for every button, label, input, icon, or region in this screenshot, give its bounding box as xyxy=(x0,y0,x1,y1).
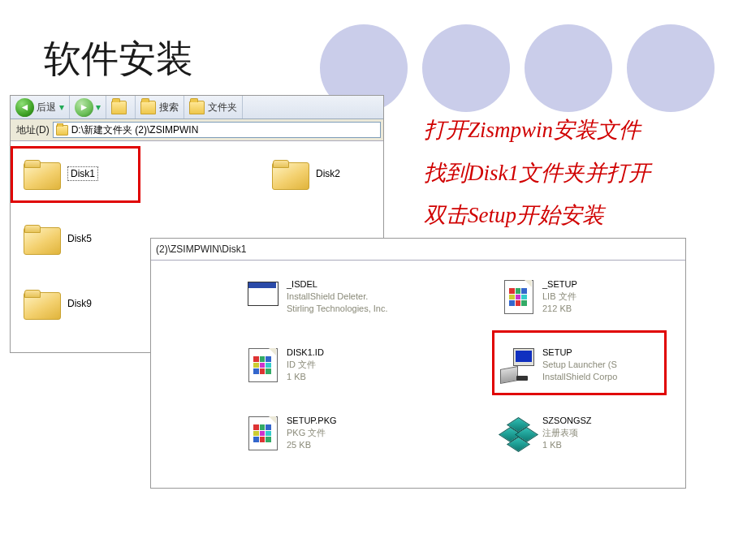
address-bar: 地址(D) D:\新建文件夹 (2)\ZSIMPWIN xyxy=(11,119,383,141)
dropdown-arrow-icon: ▾ xyxy=(96,101,101,113)
folder-label: Disk5 xyxy=(67,233,92,244)
file-meta: 注册表项 xyxy=(542,427,592,439)
file-icon xyxy=(500,278,536,314)
file-meta: LIB 文件 xyxy=(542,291,577,303)
search-button[interactable]: 搜索 xyxy=(136,96,184,118)
file-pane: _ISDEL InstallShield Deleter. Stirling T… xyxy=(151,261,685,488)
file-setup[interactable]: SETUP Setup Launcher (S InstallShield Co… xyxy=(500,347,617,383)
address-bar-2[interactable]: (2)\ZSIMPWIN\Disk1 xyxy=(151,239,685,261)
registry-icon xyxy=(500,415,536,450)
file-meta: Setup Launcher (S xyxy=(542,359,617,371)
file-meta: ID 文件 xyxy=(287,359,324,371)
file-meta: 212 KB xyxy=(542,303,577,315)
up-button[interactable] xyxy=(106,96,136,118)
file-name: DISK1.ID xyxy=(287,347,324,359)
file-name: SETUP.PKG xyxy=(287,415,337,427)
address-path-2: (2)\ZSIMPWIN\Disk1 xyxy=(156,243,246,255)
file-icon xyxy=(244,347,280,382)
folder-icon xyxy=(22,287,61,320)
address-label: 地址(D) xyxy=(13,123,53,137)
file-meta: PKG 文件 xyxy=(287,427,337,439)
folder-icon xyxy=(270,157,309,190)
file-setuppkg[interactable]: SETUP.PKG PKG 文件 25 KB xyxy=(244,415,337,451)
address-path: D:\新建文件夹 (2)\ZSIMPWIN xyxy=(71,123,199,137)
file-name: _ISDEL xyxy=(287,278,388,291)
instructions-block: 打开Zismpwin安装文件 找到Disk1文件夹并打开 双击Setup开始安装 xyxy=(424,109,650,237)
folder-label: Disk2 xyxy=(316,168,340,179)
file-name: SETUP xyxy=(542,347,617,359)
folder-disk5[interactable]: Disk5 xyxy=(22,222,92,255)
deco-circle xyxy=(627,24,715,112)
folders-label: 文件夹 xyxy=(208,101,237,114)
instruction-line-1: 打开Zismpwin安装文件 xyxy=(424,109,650,152)
file-disk1id[interactable]: DISK1.ID ID 文件 1 KB xyxy=(244,347,324,383)
dropdown-arrow-icon: ▾ xyxy=(59,101,64,113)
file-name: SZSONGSZ xyxy=(542,415,592,427)
file-meta: 1 KB xyxy=(287,371,324,383)
toolbar: ◄ 后退 ▾ ► ▾ 搜索 文件夹 xyxy=(11,96,383,119)
address-field[interactable]: D:\新建文件夹 (2)\ZSIMPWIN xyxy=(53,122,381,138)
folder-icon xyxy=(56,125,68,136)
folder-disk9[interactable]: Disk9 xyxy=(22,287,92,320)
deco-circle xyxy=(525,24,612,112)
deco-circle xyxy=(422,24,510,112)
folder-up-icon xyxy=(111,101,127,114)
grid-icon xyxy=(253,424,271,442)
file-meta: InstallShield Deleter. xyxy=(287,291,388,303)
slide-title: 软件安装 xyxy=(44,34,193,84)
search-folder-icon xyxy=(140,101,156,114)
folders-icon xyxy=(189,101,205,114)
back-button[interactable]: ◄ 后退 ▾ xyxy=(11,96,70,118)
instruction-line-2: 找到Disk1文件夹并打开 xyxy=(424,152,650,195)
file-meta: 25 KB xyxy=(287,439,337,451)
search-label: 搜索 xyxy=(159,101,179,114)
app-icon xyxy=(244,278,280,314)
file-szsongsz[interactable]: SZSONGSZ 注册表项 1 KB xyxy=(500,415,592,451)
folder-disk1[interactable]: Disk1 xyxy=(22,157,98,190)
file-name: _SETUP xyxy=(542,278,577,291)
installer-icon xyxy=(500,347,536,382)
folder-label: Disk9 xyxy=(67,298,92,309)
instruction-line-3: 双击Setup开始安装 xyxy=(424,194,650,237)
grid-icon xyxy=(509,288,527,306)
explorer-window-disk1: (2)\ZSIMPWIN\Disk1 _ISDEL InstallShield … xyxy=(150,238,686,489)
folder-icon xyxy=(22,222,61,255)
forward-icon: ► xyxy=(75,98,93,117)
file-meta: 1 KB xyxy=(542,439,592,451)
forward-button[interactable]: ► ▾ xyxy=(70,96,106,118)
folder-icon xyxy=(22,157,61,190)
file-meta: InstallShield Corpo xyxy=(542,371,617,383)
file-meta: Stirling Technologies, Inc. xyxy=(287,303,388,315)
file-setup-lib[interactable]: _SETUP LIB 文件 212 KB xyxy=(500,278,577,315)
folders-button[interactable]: 文件夹 xyxy=(184,96,243,118)
folder-label: Disk1 xyxy=(67,166,98,181)
back-label: 后退 xyxy=(37,101,56,114)
back-icon: ◄ xyxy=(15,98,34,117)
file-isdel[interactable]: _ISDEL InstallShield Deleter. Stirling T… xyxy=(244,278,388,315)
grid-icon xyxy=(253,356,271,374)
file-icon xyxy=(244,415,280,450)
folder-disk2[interactable]: Disk2 xyxy=(270,157,340,190)
